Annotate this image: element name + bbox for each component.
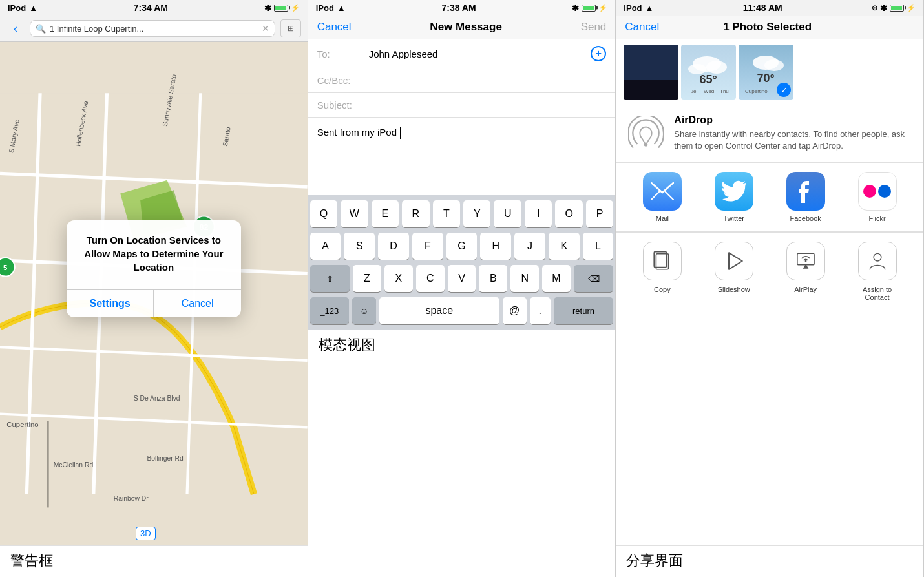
key-e[interactable]: E: [372, 200, 399, 227]
search-icon: 🔍: [36, 24, 46, 34]
cc-field-row[interactable]: Cc/Bcc:: [308, 68, 616, 93]
alert-buttons: Settings Cancel: [67, 289, 241, 317]
status-left: iPod ▲: [624, 3, 653, 13]
key-o[interactable]: O: [555, 200, 582, 227]
action-assign-contact[interactable]: Assign toContact: [841, 242, 913, 301]
share-cancel-button[interactable]: Cancel: [625, 21, 659, 34]
key-p[interactable]: P: [586, 200, 613, 227]
cancel-button[interactable]: Cancel: [154, 290, 241, 317]
key-i[interactable]: I: [525, 200, 552, 227]
photo-thumb-3[interactable]: 70° Cupertino ✓: [739, 45, 793, 100]
numbers-key[interactable]: _123: [310, 297, 349, 324]
key-x[interactable]: X: [384, 265, 413, 292]
key-m[interactable]: M: [542, 265, 571, 292]
map-content: 82 5 S Mary Ave Hollenbeck Ave Sunnyvale…: [0, 42, 308, 545]
airdrop-section: AirDrop Share instantly with nearby cont…: [616, 105, 923, 163]
search-clear-icon[interactable]: ✕: [262, 23, 269, 34]
facebook-app-label: Facebook: [790, 215, 821, 222]
share-app-facebook[interactable]: Facebook: [770, 172, 841, 222]
settings-button[interactable]: Settings: [67, 290, 154, 317]
key-v[interactable]: V: [448, 265, 476, 292]
action-copy[interactable]: Copy: [626, 242, 698, 301]
mail-send-button[interactable]: Send: [581, 21, 607, 34]
share-app-flickr[interactable]: Flickr: [841, 172, 913, 222]
add-recipient-button[interactable]: +: [591, 46, 606, 61]
period-key[interactable]: .: [530, 297, 551, 324]
share-nav-bar: Cancel 1 Photo Selected: [616, 16, 923, 39]
key-y[interactable]: Y: [463, 200, 490, 227]
slideshow-label: Slideshow: [718, 286, 750, 293]
key-a[interactable]: A: [310, 233, 341, 260]
airplay-icon-wrap[interactable]: [786, 242, 825, 280]
twitter-app-icon[interactable]: [715, 172, 753, 211]
to-field-row: To: John Appleseed +: [308, 39, 616, 68]
keyboard[interactable]: Q W E R T Y U I O P A S D F G H J K L ⇧ …: [308, 195, 616, 330]
bluetooth-icon: ✱: [880, 3, 887, 13]
key-d[interactable]: D: [378, 233, 409, 260]
key-f[interactable]: F: [412, 233, 443, 260]
key-w[interactable]: W: [341, 200, 368, 227]
twitter-app-label: Twitter: [724, 215, 744, 222]
map-back-button[interactable]: ‹: [6, 19, 25, 37]
map-search-input[interactable]: [50, 24, 258, 34]
return-key[interactable]: return: [554, 297, 614, 324]
svg-marker-48: [729, 253, 742, 269]
key-u[interactable]: U: [494, 200, 521, 227]
key-h[interactable]: H: [480, 233, 511, 260]
map-layers-button[interactable]: ⊞: [280, 19, 301, 37]
charge-icon: ⚡: [291, 4, 300, 12]
wifi-icon: ▲: [337, 3, 346, 13]
svg-point-31: [706, 61, 727, 74]
mail-app-label: Mail: [656, 215, 669, 222]
share-apps-row: Mail Twitter Facebook: [616, 163, 923, 232]
key-g[interactable]: G: [446, 233, 478, 260]
emoji-key[interactable]: ☺: [352, 297, 376, 324]
space-key[interactable]: space: [379, 297, 499, 324]
layers-icon: ⊞: [288, 24, 294, 33]
airplay-label: AirPlay: [794, 286, 817, 293]
action-airplay[interactable]: AirPlay: [770, 242, 841, 301]
svg-text:65°: 65°: [700, 73, 717, 86]
action-slideshow[interactable]: Slideshow: [698, 242, 770, 301]
key-j[interactable]: J: [514, 233, 545, 260]
key-n[interactable]: N: [510, 265, 539, 292]
to-value[interactable]: John Appleseed: [369, 48, 591, 59]
key-r[interactable]: R: [402, 200, 429, 227]
key-b[interactable]: B: [479, 265, 507, 292]
mail-app-icon[interactable]: [643, 172, 682, 211]
slideshow-icon-wrap[interactable]: [715, 242, 753, 280]
mail-nav-bar: Cancel New Message Send: [308, 16, 616, 39]
flickr-blue-dot: [878, 185, 891, 198]
airdrop-desc: Share instantly with nearby contacts. To…: [674, 129, 913, 152]
map-toolbar: ‹ 🔍 ✕ ⊞: [0, 16, 308, 42]
svg-line-44: [651, 191, 660, 200]
status-left: iPod ▲: [8, 3, 37, 13]
key-t[interactable]: T: [433, 200, 460, 227]
copy-label: Copy: [654, 286, 671, 293]
key-c[interactable]: C: [416, 265, 445, 292]
map-search-bar[interactable]: 🔍 ✕: [30, 20, 275, 37]
facebook-app-icon[interactable]: [786, 172, 825, 211]
key-s[interactable]: S: [344, 233, 375, 260]
battery-icon: [274, 5, 288, 12]
subject-field-row[interactable]: Subject:: [308, 93, 616, 118]
mail-body[interactable]: Sent from my iPod: [308, 118, 616, 195]
delete-key[interactable]: ⌫: [574, 265, 613, 292]
svg-line-45: [665, 191, 674, 200]
share-app-mail[interactable]: Mail: [626, 172, 698, 222]
photo-thumb-1[interactable]: [624, 45, 678, 100]
flickr-app-icon[interactable]: [858, 172, 897, 211]
map-3d-button[interactable]: 3D: [136, 527, 156, 540]
photo-thumb-2[interactable]: 65° Tue Wed Thu: [681, 45, 736, 100]
share-app-twitter[interactable]: Twitter: [698, 172, 770, 222]
shift-key[interactable]: ⇧: [310, 265, 350, 292]
svg-text:Cupertino: Cupertino: [745, 89, 768, 94]
key-q[interactable]: Q: [310, 200, 337, 227]
copy-icon-wrap[interactable]: [643, 242, 682, 280]
at-key[interactable]: @: [503, 297, 527, 324]
assign-contact-icon-wrap[interactable]: [858, 242, 897, 280]
key-z[interactable]: Z: [353, 265, 381, 292]
mail-cancel-button[interactable]: Cancel: [317, 21, 352, 34]
key-l[interactable]: L: [583, 233, 614, 260]
key-k[interactable]: K: [549, 233, 580, 260]
